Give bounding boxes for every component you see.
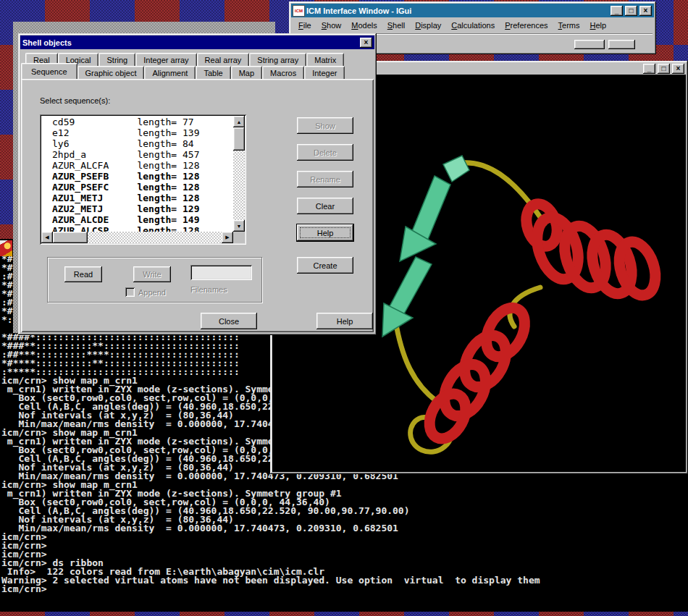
terminal-line: icm/crn>	[1, 533, 688, 541]
tab[interactable]: Sequence	[21, 63, 77, 79]
igui-titlebar[interactable]: ICM ICM Interface Window - IGui _ □ ×	[291, 4, 654, 17]
menu-item[interactable]: Terms	[553, 20, 585, 31]
tab[interactable]: Graphic object	[77, 66, 145, 79]
close-icon[interactable]: ×	[360, 38, 372, 48]
sequence-list-item[interactable]: ly6 length= 84	[52, 138, 233, 149]
filename-field[interactable]	[190, 265, 252, 280]
tab-strip-row2: Sequence Graphic object Alignment Table …	[21, 66, 345, 79]
menu-item[interactable]: Models	[346, 20, 382, 31]
menu-item[interactable]: Display	[410, 20, 446, 31]
file-io-group: Read Write Append Filenames	[47, 257, 262, 303]
menu-item[interactable]: File	[293, 20, 316, 31]
action-button[interactable]: Help	[297, 224, 353, 241]
vertical-scrollbar[interactable]: ▲ ▼	[233, 116, 245, 232]
sequence-list-item[interactable]: AZU2_METJ length= 129	[52, 203, 233, 214]
sequence-list[interactable]: cd59 length= 77 e12 length= 139 ly6 leng…	[41, 116, 233, 232]
maximize-icon[interactable]: □	[625, 6, 637, 16]
beta-sheets	[382, 156, 469, 337]
sequence-list-item[interactable]: AZUR_ALCSP length= 128	[52, 225, 233, 232]
maximize-icon[interactable]: □	[658, 64, 670, 74]
sequence-list-item[interactable]: AZUR_PSEFC length= 128	[52, 182, 233, 193]
menu-item[interactable]: Help	[585, 20, 612, 31]
tab[interactable]: Alignment	[144, 66, 196, 79]
action-button[interactable]: Create	[297, 257, 353, 274]
terminal-line: icm/crn>	[1, 541, 688, 550]
horizontal-scrollbar[interactable]: ◀ ▶	[41, 232, 233, 243]
action-button[interactable]: Clear	[297, 198, 353, 214]
toolbar-button-1[interactable]	[574, 40, 605, 49]
sequence-list-item[interactable]: 2hpd_a length= 457	[52, 149, 233, 160]
scroll-left-icon[interactable]: ◀	[41, 232, 53, 243]
tab[interactable]: Map	[231, 66, 262, 79]
dialog-title: Shell objects	[22, 38, 358, 47]
help-button[interactable]: Help	[316, 313, 373, 329]
sequence-list-item[interactable]: cd59 length= 77	[52, 117, 233, 127]
action-button[interactable]: Rename	[297, 171, 353, 187]
terminal-line: Warning> 2 selected virtual atoms have n…	[1, 576, 688, 585]
tab[interactable]: Macros	[262, 66, 304, 79]
sequence-list-item[interactable]: AZUR_PSEFB length= 128	[52, 171, 233, 182]
scroll-up-icon[interactable]: ▲	[233, 116, 245, 127]
dialog-titlebar[interactable]: Shell objects ×	[20, 35, 374, 49]
minimize-icon[interactable]: _	[611, 6, 623, 16]
action-button-column: Show Delete Rename Clear Help Create	[297, 117, 353, 274]
toolbar-button-2[interactable]	[608, 40, 635, 49]
close-icon[interactable]: ×	[639, 6, 652, 16]
sequence-list-item[interactable]: AZUR_ALCFA length= 128	[52, 160, 233, 171]
close-icon[interactable]: ×	[672, 64, 684, 74]
menu-bar: File Show Models Shell Display Calculati…	[293, 18, 652, 32]
terminal-line: icm/crn>	[1, 550, 688, 559]
tab[interactable]: Integer	[304, 66, 345, 79]
terminal-logo-icon	[0, 240, 12, 256]
desktop: *# *# :# *# *# :# *# *: *####*::::::::::…	[0, 0, 688, 616]
menu-item[interactable]: Show	[316, 20, 347, 31]
action-button[interactable]: Delete	[297, 144, 353, 161]
tab[interactable]: String	[98, 53, 135, 66]
tab[interactable]: Real array	[197, 53, 250, 66]
menu-item[interactable]: Shell	[382, 20, 410, 31]
tab[interactable]: String array	[249, 53, 306, 66]
select-sequences-label: Select sequence(s):	[40, 96, 110, 105]
terminal-line: icm/crn>	[1, 585, 688, 594]
tab[interactable]: Integer array	[135, 53, 196, 66]
scroll-right-icon[interactable]: ▶	[222, 232, 233, 243]
horizontal-scroll-thumb[interactable]	[53, 232, 88, 243]
menu-item[interactable]: Calculations	[446, 20, 500, 31]
shell-objects-dialog[interactable]: Shell objects × Real Logical String Inte…	[18, 33, 377, 335]
terminal-line: Min/max/mean/rms density = 0.000000, 17.…	[1, 524, 688, 533]
tab[interactable]: Matrix	[306, 53, 344, 66]
close-button[interactable]: Close	[201, 313, 257, 329]
sequence-list-item[interactable]: AZU1_METJ length= 128	[52, 193, 233, 203]
vertical-scroll-thumb[interactable]	[233, 127, 245, 151]
action-button[interactable]: Show	[297, 117, 353, 134]
append-label: Append	[138, 288, 166, 297]
read-button[interactable]: Read	[64, 266, 102, 282]
filename-label: Filenames	[190, 285, 227, 294]
icm-app-icon: ICM	[293, 6, 304, 16]
tab[interactable]: Table	[196, 66, 230, 79]
write-button[interactable]: Write	[133, 266, 171, 282]
scrollbar-corner	[233, 232, 245, 243]
menu-item[interactable]: Preferences	[500, 20, 553, 31]
sequence-list-item[interactable]: e12 length= 139	[52, 127, 233, 138]
sequence-listbox[interactable]: cd59 length= 77 e12 length= 139 ly6 leng…	[40, 114, 246, 245]
window-title: ICM Interface Window - IGui	[306, 7, 608, 15]
scroll-down-icon[interactable]: ▼	[233, 220, 245, 232]
minimize-icon[interactable]: _	[643, 64, 655, 74]
alpha-helices	[422, 200, 662, 444]
append-checkbox[interactable]	[125, 287, 135, 297]
sequence-list-item[interactable]: AZUR_ALCDE length= 149	[52, 214, 233, 225]
